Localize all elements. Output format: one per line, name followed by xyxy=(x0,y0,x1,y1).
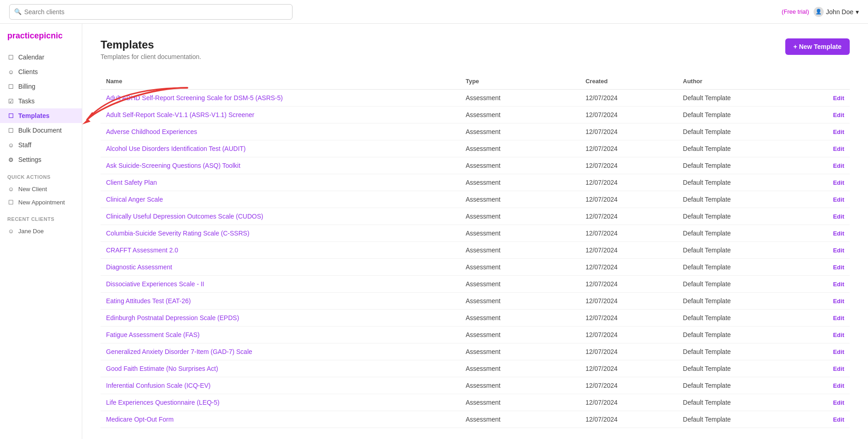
edit-link-4[interactable]: Edit xyxy=(833,162,844,169)
edit-link-12[interactable]: Edit xyxy=(833,298,844,305)
sidebar-item-billing[interactable]: ☐Billing xyxy=(0,79,82,94)
template-link-15[interactable]: Generalized Anxiety Disorder 7-Item (GAD… xyxy=(106,348,252,355)
template-link-6[interactable]: Clinical Anger Scale xyxy=(106,196,163,203)
edit-link-7[interactable]: Edit xyxy=(833,213,844,220)
calendar-icon: ☐ xyxy=(7,54,15,61)
template-created-cell: 12/07/2024 xyxy=(580,327,677,343)
edit-link-2[interactable]: Edit xyxy=(833,128,844,135)
template-action-cell: Edit xyxy=(820,360,850,377)
template-action-cell: Edit xyxy=(820,259,850,276)
template-action-cell: Edit xyxy=(820,377,850,394)
template-type-cell: Assessment xyxy=(460,343,580,360)
user-menu[interactable]: 👤 John Doe ▾ xyxy=(814,7,859,17)
template-link-8[interactable]: Columbia-Suicide Severity Rating Scale (… xyxy=(106,230,250,237)
template-link-18[interactable]: Life Experiences Questionnaire (LEQ-5) xyxy=(106,399,219,406)
template-link-2[interactable]: Adverse Childhood Experiences xyxy=(106,128,197,135)
edit-link-11[interactable]: Edit xyxy=(833,281,844,288)
template-action-cell: Edit xyxy=(820,157,850,174)
recent-client-jane-doe[interactable]: ☺Jane Doe xyxy=(0,225,82,238)
quick-action-new-client[interactable]: ☺New Client xyxy=(0,182,82,196)
sidebar-item-bulk-document[interactable]: ☐Bulk Document xyxy=(0,123,82,138)
template-author-cell: Default Template xyxy=(677,343,820,360)
template-created-cell: 12/07/2024 xyxy=(580,90,677,107)
edit-link-10[interactable]: Edit xyxy=(833,264,844,271)
template-created-cell: 12/07/2024 xyxy=(580,191,677,208)
template-name-cell: Eating Attitudes Test (EAT-26) xyxy=(101,293,460,310)
sidebar: practicepicnic ☐Calendar☺Clients☐Billing… xyxy=(0,24,82,439)
col-header-author: Author xyxy=(677,73,820,90)
sidebar-item-templates[interactable]: ☐Templates xyxy=(0,108,82,123)
template-name-cell: Inferential Confusion Scale (ICQ-EV) xyxy=(101,377,460,394)
chevron-down-icon: ▾ xyxy=(856,8,859,16)
col-header-type: Type xyxy=(460,73,580,90)
template-created-cell: 12/07/2024 xyxy=(580,208,677,225)
template-type-cell: Assessment xyxy=(460,411,580,428)
template-link-4[interactable]: Ask Suicide-Screening Questions (ASQ) To… xyxy=(106,162,240,169)
template-link-10[interactable]: Diagnostic Assessment xyxy=(106,263,172,271)
quick-action-new-appointment[interactable]: ☐New Appointment xyxy=(0,196,82,209)
search-box[interactable]: 🔍 xyxy=(9,4,293,20)
edit-link-14[interactable]: Edit xyxy=(833,332,844,338)
edit-link-19[interactable]: Edit xyxy=(833,416,844,423)
template-link-1[interactable]: Adult Self-Report Scale-V1.1 (ASRS-V1.1)… xyxy=(106,111,254,118)
nav-label-calendar: Calendar xyxy=(18,54,44,61)
template-action-cell: Edit xyxy=(820,225,850,242)
edit-link-18[interactable]: Edit xyxy=(833,399,844,406)
template-name-cell: Generalized Anxiety Disorder 7-Item (GAD… xyxy=(101,343,460,360)
edit-link-3[interactable]: Edit xyxy=(833,145,844,152)
table-row: Adult ADHD Self-Report Screening Scale f… xyxy=(101,90,850,107)
template-link-16[interactable]: Good Faith Estimate (No Surprises Act) xyxy=(106,365,218,372)
template-link-13[interactable]: Edinburgh Postnatal Depression Scale (EP… xyxy=(106,314,239,321)
nav-label-settings: Settings xyxy=(18,156,42,163)
table-row: Adult Self-Report Scale-V1.1 (ASRS-V1.1)… xyxy=(101,107,850,123)
edit-link-1[interactable]: Edit xyxy=(833,112,844,118)
edit-link-0[interactable]: Edit xyxy=(833,95,844,102)
template-link-5[interactable]: Client Safety Plan xyxy=(106,179,157,186)
template-author-cell: Default Template xyxy=(677,377,820,394)
sidebar-item-settings[interactable]: ⚙Settings xyxy=(0,152,82,167)
edit-link-6[interactable]: Edit xyxy=(833,196,844,203)
edit-link-8[interactable]: Edit xyxy=(833,230,844,237)
template-link-7[interactable]: Clinically Useful Depression Outcomes Sc… xyxy=(106,213,263,220)
template-link-9[interactable]: CRAFFT Assessment 2.0 xyxy=(106,246,178,254)
table-row: CRAFFT Assessment 2.0 Assessment 12/07/2… xyxy=(101,242,850,259)
edit-link-17[interactable]: Edit xyxy=(833,382,844,389)
edit-link-13[interactable]: Edit xyxy=(833,315,844,321)
table-row: Edinburgh Postnatal Depression Scale (EP… xyxy=(101,310,850,327)
template-action-cell: Edit xyxy=(820,90,850,107)
template-created-cell: 12/07/2024 xyxy=(580,123,677,140)
template-action-cell: Edit xyxy=(820,242,850,259)
table-row: Eating Attitudes Test (EAT-26) Assessmen… xyxy=(101,293,850,310)
new-template-button[interactable]: + New Template xyxy=(785,38,850,55)
edit-link-5[interactable]: Edit xyxy=(833,179,844,186)
search-input[interactable] xyxy=(24,8,288,16)
template-author-cell: Default Template xyxy=(677,123,820,140)
sidebar-item-calendar[interactable]: ☐Calendar xyxy=(0,50,82,64)
edit-link-15[interactable]: Edit xyxy=(833,348,844,355)
template-name-cell: Medicare Opt-Out Form xyxy=(101,411,460,428)
template-link-14[interactable]: Fatigue Assessment Scale (FAS) xyxy=(106,331,200,338)
template-action-cell: Edit xyxy=(820,191,850,208)
edit-link-16[interactable]: Edit xyxy=(833,365,844,372)
template-created-cell: 12/07/2024 xyxy=(580,276,677,293)
template-author-cell: Default Template xyxy=(677,310,820,327)
sidebar-item-clients[interactable]: ☺Clients xyxy=(0,64,82,79)
template-link-19[interactable]: Medicare Opt-Out Form xyxy=(106,416,174,423)
table-row: Fatigue Assessment Scale (FAS) Assessmen… xyxy=(101,327,850,343)
edit-link-9[interactable]: Edit xyxy=(833,247,844,254)
template-created-cell: 12/07/2024 xyxy=(580,107,677,123)
new-client-icon: ☺ xyxy=(7,186,15,193)
template-link-0[interactable]: Adult ADHD Self-Report Screening Scale f… xyxy=(106,94,283,102)
template-link-17[interactable]: Inferential Confusion Scale (ICQ-EV) xyxy=(106,382,211,389)
template-created-cell: 12/07/2024 xyxy=(580,394,677,411)
user-avatar-icon: 👤 xyxy=(814,7,824,17)
nav-label-tasks: Tasks xyxy=(18,97,35,105)
template-link-12[interactable]: Eating Attitudes Test (EAT-26) xyxy=(106,297,191,305)
template-link-3[interactable]: Alcohol Use Disorders Identification Tes… xyxy=(106,145,246,152)
template-link-11[interactable]: Dissociative Experiences Scale - II xyxy=(106,280,204,288)
sidebar-item-staff[interactable]: ☺Staff xyxy=(0,138,82,152)
sidebar-item-tasks[interactable]: ☑Tasks xyxy=(0,94,82,108)
brand-logo: practicepicnic xyxy=(0,31,82,50)
table-row: Alcohol Use Disorders Identification Tes… xyxy=(101,140,850,157)
templates-table-wrap: Name Type Created Author Adult ADHD Self… xyxy=(101,73,850,428)
